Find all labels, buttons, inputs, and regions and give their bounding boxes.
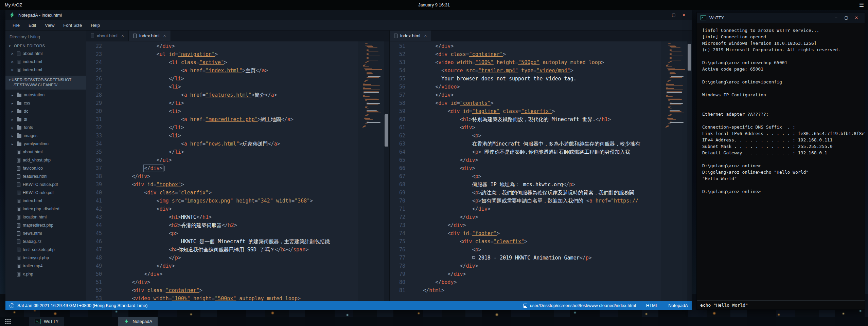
code-area[interactable]: </div> <div class="container"> <video wi… bbox=[411, 41, 661, 301]
file-label: index.php_disabled bbox=[23, 207, 59, 211]
minimap-line bbox=[363, 88, 371, 89]
line-number: 38 bbox=[86, 172, 102, 180]
workspace-root[interactable]: ▾ USER:/DESKTOP/SCREENSHOT /TEST/WWW CLE… bbox=[5, 76, 86, 90]
close-icon[interactable]: ✕ bbox=[11, 68, 15, 72]
open-editor-item[interactable]: ✕index.html bbox=[5, 66, 86, 74]
file-item[interactable]: x.php bbox=[5, 270, 86, 278]
line-number: 39 bbox=[86, 180, 102, 189]
hamburger-icon[interactable]: ☰ bbox=[859, 2, 864, 8]
file-item[interactable]: news.html bbox=[5, 229, 86, 237]
folder-label: dc bbox=[24, 109, 28, 114]
scrollbar-thumb[interactable] bbox=[688, 44, 691, 71]
code-line: </div> bbox=[107, 278, 358, 286]
file-item[interactable]: location.html bbox=[5, 213, 86, 221]
minimize-icon[interactable]: – bbox=[659, 11, 668, 19]
taskbar-item-notepada[interactable]: NotepadA bbox=[118, 317, 158, 326]
code-line: <p> 即使你不是建築師,你也能透過紅石師或鐵路工程師的身份加入我 bbox=[411, 148, 661, 156]
terminal-line bbox=[702, 72, 859, 79]
scrollbar-thumb[interactable] bbox=[385, 114, 388, 147]
folder-item[interactable]: ▸css bbox=[5, 99, 86, 107]
file-item[interactable]: features.html bbox=[5, 172, 86, 180]
folder-item[interactable]: ▸yamlyamlimu bbox=[5, 140, 86, 148]
folder-item[interactable]: ▸autostation bbox=[5, 91, 86, 99]
menu-help[interactable]: Help bbox=[86, 21, 104, 30]
close-icon[interactable]: ✕ bbox=[11, 60, 15, 64]
minimap[interactable] bbox=[661, 41, 687, 301]
code-line: 在香港的Minecraft 伺服器中，多為小遊戲和純生存的伺服器，較少擁有 bbox=[411, 140, 661, 148]
close-icon[interactable]: ✕ bbox=[121, 34, 124, 38]
code-line: </li> bbox=[107, 99, 358, 107]
line-number: 65 bbox=[390, 156, 405, 164]
file-item[interactable]: teabag.7z bbox=[5, 237, 86, 246]
file-tree: ▸autostation▸css▸dc▸dl▸fonts▸images▸yaml… bbox=[5, 91, 86, 278]
wstty-titlebar[interactable]: >_ WsTTY – ▢ ✕ bbox=[697, 13, 865, 23]
menu-file[interactable]: File bbox=[8, 21, 24, 30]
line-number: 72 bbox=[390, 213, 405, 221]
open-editor-item[interactable]: ✕index.html bbox=[5, 58, 86, 66]
menu-font-size[interactable]: Font Size bbox=[59, 21, 86, 30]
folder-item[interactable]: ▸dc bbox=[5, 107, 86, 115]
minimap-line bbox=[364, 118, 370, 119]
file-label: test_sockets.php bbox=[23, 247, 55, 252]
close-icon[interactable]: ✕ bbox=[11, 52, 15, 56]
file-item[interactable]: testmysql.php bbox=[5, 254, 86, 262]
minimap-line bbox=[666, 85, 683, 86]
menu-view[interactable]: View bbox=[40, 21, 59, 30]
file-label: testmysql.php bbox=[23, 255, 49, 260]
minimap-line bbox=[364, 81, 366, 82]
terminal-line: "Hello World" bbox=[702, 175, 859, 182]
notepada-titlebar[interactable]: NotepadA - index.html – ▢ ✕ bbox=[5, 10, 692, 20]
folder-item[interactable]: ▸fonts bbox=[5, 123, 86, 132]
file-label: about.html bbox=[23, 51, 42, 56]
tab-about-html[interactable]: about.html✕ bbox=[86, 31, 129, 41]
line-number: 30 bbox=[86, 107, 102, 115]
minimap-line bbox=[368, 60, 378, 60]
close-icon[interactable]: ✕ bbox=[852, 14, 861, 21]
scrollbar[interactable] bbox=[384, 41, 389, 301]
terminal-output[interactable]: [info] Connecting to arozos WsTTY servic… bbox=[697, 23, 865, 300]
terminal-line: Active code page: 65001 bbox=[702, 66, 859, 72]
line-number: 64 bbox=[390, 148, 405, 156]
minimap-line bbox=[367, 57, 369, 58]
scrollbar[interactable] bbox=[687, 41, 692, 301]
file-item[interactable]: index.php_disabled bbox=[5, 205, 86, 213]
file-item[interactable]: index.html bbox=[5, 197, 86, 205]
chevron-right-icon: ▸ bbox=[12, 93, 15, 97]
minimap-line bbox=[365, 119, 373, 120]
taskbar-item-wstty[interactable]: >_ WsTTY bbox=[29, 317, 64, 326]
open-editors-header[interactable]: ▾ OPEN EDITORS bbox=[5, 43, 86, 50]
minimap-line bbox=[365, 100, 367, 101]
terminal-input[interactable]: echo "Hello World" bbox=[697, 300, 865, 309]
code-line: <source src="trailer.mp4" type="video/mp… bbox=[411, 66, 661, 75]
file-item[interactable]: about.html bbox=[5, 148, 86, 156]
app-grid-button[interactable] bbox=[0, 317, 16, 326]
file-item[interactable]: mapredirect.php bbox=[5, 221, 86, 229]
file-item[interactable]: test_sockets.php bbox=[5, 246, 86, 254]
minimap[interactable] bbox=[358, 41, 384, 301]
workspace-path-line2: /TEST/WWW CLEANED/ bbox=[9, 82, 83, 88]
folder-item[interactable]: ▸images bbox=[5, 132, 86, 140]
file-item[interactable]: favicon.ico bbox=[5, 164, 86, 172]
close-icon[interactable]: ✕ bbox=[163, 34, 166, 38]
code-line: <b>你知道我們全線伺服器已轉用 SSD 了嗎？</b></span> bbox=[107, 246, 358, 254]
close-icon[interactable]: ✕ bbox=[424, 34, 427, 38]
code-area[interactable]: </div> <ul id="navigation"> <li class="a… bbox=[107, 41, 358, 301]
terminal-line bbox=[702, 98, 859, 104]
folder-icon bbox=[17, 134, 21, 138]
maximize-icon[interactable]: ▢ bbox=[842, 14, 851, 21]
tab-index-html[interactable]: index.html✕ bbox=[390, 31, 432, 41]
file-item[interactable]: add_vhost.php bbox=[5, 156, 86, 164]
file-item[interactable]: trailer.mp4 bbox=[5, 262, 86, 270]
tab-index-html[interactable]: index.html✕ bbox=[129, 31, 171, 41]
menu-edit[interactable]: Edit bbox=[24, 21, 40, 30]
minimize-icon[interactable]: – bbox=[831, 14, 841, 21]
maximize-icon[interactable]: ▢ bbox=[669, 11, 678, 19]
close-icon[interactable]: ✕ bbox=[679, 11, 689, 19]
code-line: <div id="tagline" class="clearfix"> bbox=[411, 107, 661, 115]
open-editor-item[interactable]: ✕about.html bbox=[5, 50, 86, 58]
folder-item[interactable]: ▸dl bbox=[5, 115, 86, 123]
file-item[interactable]: HKWTC rule.pdf bbox=[5, 189, 86, 197]
minimap-line bbox=[670, 54, 672, 55]
minimap-line bbox=[670, 110, 680, 111]
file-item[interactable]: HKWTC notice.pdf bbox=[5, 180, 86, 189]
